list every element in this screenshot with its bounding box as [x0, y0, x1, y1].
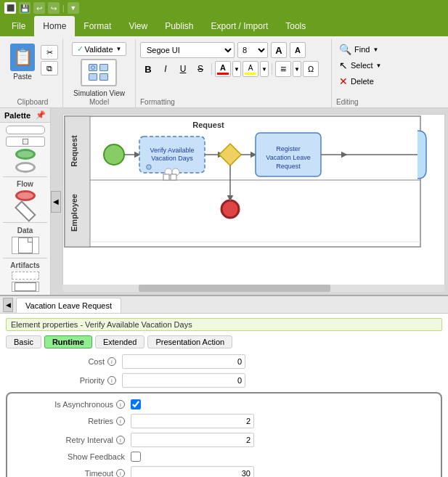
svg-text:Vacation Leave: Vacation Leave: [266, 154, 310, 161]
retry-interval-input[interactable]: [131, 433, 254, 447]
tab-runtime[interactable]: Runtime: [44, 335, 92, 348]
bold-button[interactable]: B: [140, 61, 156, 77]
palette-item-end-event[interactable]: [15, 190, 36, 201]
retries-input[interactable]: [131, 414, 254, 428]
element-props-title: Element properties - Verify Available Va…: [6, 318, 442, 331]
priority-info-icon[interactable]: i: [107, 376, 116, 385]
select-button[interactable]: ↖ Select ▼: [336, 58, 386, 73]
palette-item-artifact2[interactable]: [12, 282, 39, 292]
simulation-view-button[interactable]: [81, 59, 117, 86]
palette-item-diamond[interactable]: [15, 200, 36, 221]
show-feedback-checkbox[interactable]: [131, 452, 141, 462]
svg-marker-13: [219, 144, 241, 166]
menu-item-export-import[interactable]: Export / Import: [203, 16, 277, 36]
svg-text:Request: Request: [276, 163, 301, 170]
delete-button[interactable]: ✕ Delete: [336, 74, 386, 89]
ribbon-group-clipboard: 📋 Paste ✂ ⧉ Clipboard: [3, 39, 63, 107]
palette-item-artifact1[interactable]: [12, 272, 39, 280]
paste-button[interactable]: 📋 Paste: [7, 42, 38, 82]
binoculars-icon: 🔍: [339, 44, 351, 55]
svg-rect-0: [65, 116, 420, 247]
menu-item-view[interactable]: View: [120, 16, 156, 36]
nav-left-arrow[interactable]: ◀: [51, 191, 61, 213]
svg-text:Request: Request: [192, 121, 224, 129]
menu-item-file[interactable]: File: [3, 16, 34, 36]
palette-item-circle-outline[interactable]: [15, 162, 36, 173]
align-button[interactable]: ≡: [275, 61, 291, 77]
validate-check-icon: ✓: [77, 44, 84, 54]
priority-row: Priority i: [6, 373, 442, 388]
retry-interval-info-icon[interactable]: i: [116, 436, 125, 444]
priority-label: Priority: [80, 376, 105, 385]
menu-item-tools[interactable]: Tools: [277, 16, 314, 36]
font-family-select[interactable]: Segoe UI: [140, 42, 235, 58]
retry-interval-label: Retry Interval: [66, 436, 113, 444]
cost-label: Cost: [88, 357, 105, 366]
cut-button[interactable]: ✂: [41, 45, 58, 60]
cost-info-icon[interactable]: i: [107, 357, 116, 366]
timeout-info-icon[interactable]: i: [116, 469, 125, 477]
priority-input[interactable]: [122, 373, 245, 388]
is-async-label: Is Asynchronous: [54, 400, 113, 409]
menu-item-publish[interactable]: Publish: [156, 16, 202, 36]
validate-dropdown-icon[interactable]: ▼: [116, 46, 122, 52]
show-feedback-label: Show Feedback: [68, 452, 125, 461]
retry-interval-row: Retry Interval i: [15, 433, 433, 447]
bottom-content: Element properties - Verify Available Va…: [0, 314, 448, 477]
svg-rect-24: [163, 174, 169, 180]
palette-panel: Palette 📌 Flow Data: [0, 108, 51, 295]
timeout-input[interactable]: [131, 466, 254, 477]
align-dropdown[interactable]: ▼: [293, 61, 301, 77]
retries-row: Retries i: [15, 414, 433, 428]
artifacts-section-label: Artifacts: [10, 261, 40, 269]
find-dropdown[interactable]: ▼: [372, 46, 378, 53]
model-group-label: Model: [89, 98, 109, 106]
tab-extended[interactable]: Extended: [95, 335, 144, 348]
font-color-button[interactable]: A: [215, 61, 231, 77]
editing-group-label: Editing: [336, 98, 386, 106]
paste-label: Paste: [13, 73, 32, 81]
copy-button[interactable]: ⧉: [41, 61, 58, 76]
palette-item-task-marker[interactable]: [6, 136, 45, 147]
delete-icon: ✕: [339, 76, 348, 87]
retries-info-icon[interactable]: i: [116, 417, 125, 425]
highlight-dropdown[interactable]: ▼: [260, 61, 269, 77]
quick-access-more[interactable]: ▼: [68, 2, 79, 14]
cost-input[interactable]: [122, 354, 245, 369]
highlight-color-button[interactable]: A: [243, 61, 258, 77]
quick-access-redo[interactable]: ↪: [48, 2, 60, 14]
italic-button[interactable]: I: [158, 61, 174, 77]
font-increase-button[interactable]: A: [271, 42, 287, 58]
bottom-panel: ◀ Vacation Leave Request Element propert…: [0, 295, 448, 477]
svg-text:Request: Request: [70, 135, 78, 167]
bottom-tab-vacation[interactable]: Vacation Leave Request: [16, 298, 121, 313]
menu-item-home[interactable]: Home: [34, 16, 75, 36]
bottom-nav-left[interactable]: ◀: [3, 298, 13, 312]
simulation-view-label: Simulation View: [73, 89, 125, 98]
svg-text:Vacation Days: Vacation Days: [151, 155, 193, 162]
validate-button[interactable]: ✓ Validate ▼: [72, 42, 127, 56]
font-decrease-button[interactable]: A: [290, 42, 306, 58]
menu-item-format[interactable]: Format: [75, 16, 120, 36]
tab-basic[interactable]: Basic: [6, 335, 41, 348]
ribbon-group-model: ✓ Validate ▼ Simulation View Model: [63, 39, 136, 107]
underline-button[interactable]: U: [175, 61, 191, 77]
palette-item-task[interactable]: [6, 126, 45, 134]
palette-item-doc[interactable]: [12, 237, 39, 254]
data-section-label: Data: [17, 227, 33, 235]
find-button[interactable]: 🔍 Find ▼: [336, 42, 386, 57]
font-color-dropdown[interactable]: ▼: [232, 61, 241, 77]
strikethrough-button[interactable]: S: [192, 61, 208, 77]
palette-item-circle[interactable]: [15, 149, 36, 160]
palette-pin-icon[interactable]: 📌: [36, 110, 46, 120]
quick-access-undo[interactable]: ↩: [33, 2, 45, 14]
select-dropdown[interactable]: ▼: [376, 62, 382, 69]
tab-presentation[interactable]: Presentation Action: [147, 335, 232, 348]
text-style-button[interactable]: Ω: [303, 61, 319, 77]
quick-access-save[interactable]: 💾: [19, 2, 30, 14]
font-size-select[interactable]: 8: [237, 42, 268, 58]
is-async-info-icon[interactable]: i: [116, 400, 125, 409]
is-async-checkbox[interactable]: [131, 399, 141, 409]
async-section: Is Asynchronous i Retries i Retry Interv…: [6, 392, 442, 477]
h-scrollbar[interactable]: [62, 285, 445, 292]
